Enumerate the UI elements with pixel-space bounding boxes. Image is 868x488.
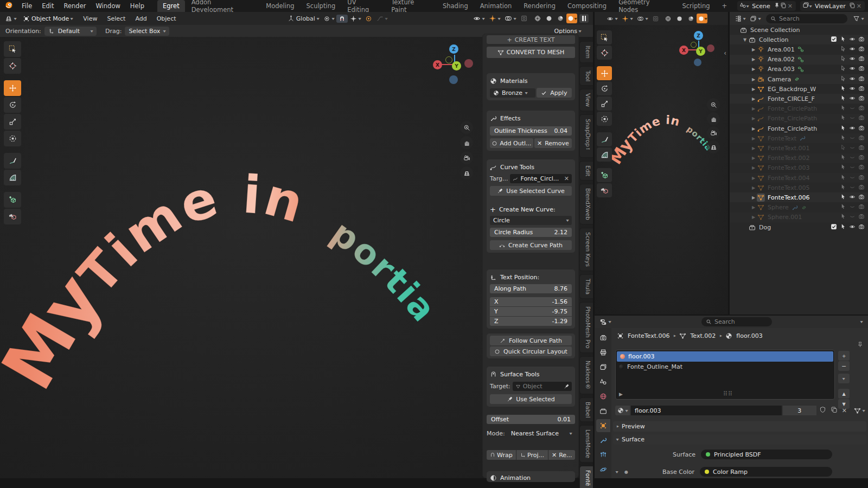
tool-move-button[interactable]	[4, 80, 21, 96]
tool-annotate-button[interactable]	[4, 153, 21, 169]
disable-render-icon[interactable]	[858, 55, 865, 63]
properties-tab-world[interactable]	[596, 390, 610, 403]
disable-render-icon[interactable]	[858, 213, 865, 221]
mode-selector[interactable]: Object Mode ▾	[21, 15, 75, 23]
outliner-row-fontetext-003[interactable]: ▶FonteText.003	[730, 163, 868, 173]
selectable-icon[interactable]	[840, 75, 846, 84]
tool-rotate-button[interactable]	[4, 97, 21, 113]
panel-tab-blendxweb[interactable]: BlendXweb	[579, 184, 593, 224]
outliner-row-collection[interactable]: ▼Collection	[730, 35, 868, 44]
position-y-slider[interactable]: Y-9.75	[490, 307, 572, 316]
users-count-button[interactable]: 3	[783, 406, 816, 415]
x-neg-axis-ball[interactable]	[707, 44, 714, 52]
zoom-icon[interactable]	[707, 98, 720, 111]
tool-scale-button[interactable]	[4, 114, 21, 130]
shading-rendered-icon[interactable]: ▾	[566, 14, 577, 23]
hide-viewport-icon[interactable]	[849, 223, 856, 232]
z-neg-axis-ball[interactable]	[694, 59, 701, 66]
expand-chevron-icon[interactable]: ▶	[750, 156, 757, 160]
selectable-icon[interactable]	[840, 85, 846, 93]
outliner-row-area-003[interactable]: ▶Area.003	[730, 65, 868, 74]
properties-tab-object[interactable]	[596, 419, 610, 432]
hide-viewport-icon[interactable]	[849, 154, 856, 162]
tool-measure-button[interactable]	[4, 170, 21, 185]
hide-viewport-icon[interactable]	[849, 114, 856, 123]
outliner-filter-id-button[interactable]: ▾	[748, 15, 763, 23]
pan-hand-icon[interactable]	[707, 112, 720, 125]
expand-chevron-icon[interactable]: ▶	[750, 106, 757, 111]
fake-user-shield-icon[interactable]	[818, 406, 828, 415]
outliner-row-sphere[interactable]: ▶Sphere	[730, 203, 868, 213]
tool-cursor-3d-button[interactable]	[597, 46, 612, 60]
panel-tab-photomesh-pro[interactable]: PhotoMesh Pro	[579, 302, 593, 353]
show-gizmo-button[interactable]: ▾	[487, 14, 502, 23]
panel-tab-screen-keys[interactable]: Screen Keys	[579, 228, 593, 271]
viewport-menu-view[interactable]: View	[78, 15, 102, 22]
selectable-icon[interactable]	[840, 134, 846, 143]
curve-target-field[interactable]: Fonte_Circl... ✕	[510, 174, 572, 183]
material-name-field[interactable]: floor.003	[631, 406, 782, 415]
expand-chevron-icon[interactable]: ▶	[750, 165, 757, 170]
workspace-tab-sculpting[interactable]: Sculpting	[301, 0, 341, 12]
workspace-tab-animation[interactable]: Animation	[475, 0, 518, 12]
tool-cursor-3d-button[interactable]	[4, 58, 21, 74]
create-curve-path-button[interactable]: Create Curve Path	[490, 240, 572, 250]
hide-viewport-icon[interactable]	[849, 95, 856, 103]
outliner-row-fontetext-002[interactable]: ▶FonteText.002	[730, 153, 868, 163]
viewport-menu-select[interactable]: Select	[102, 15, 130, 22]
position-x-slider[interactable]: X-1.56	[490, 297, 572, 306]
outliner-row-fontetext-004[interactable]: ▶FonteText.004	[730, 173, 868, 183]
expand-chevron-icon[interactable]: ▶	[750, 126, 757, 131]
disable-render-icon[interactable]	[858, 114, 865, 123]
properties-tab-modifiers[interactable]	[596, 434, 610, 447]
surface-shader-value[interactable]: Principled BSDF	[701, 450, 832, 459]
proportional-falloff-button[interactable]: ▾	[374, 15, 390, 23]
z-axis-ball[interactable]: Z	[449, 44, 458, 54]
add-slot-button[interactable]: ＋	[838, 351, 850, 361]
menu-edit[interactable]: Edit	[37, 2, 59, 10]
expand-chevron-icon[interactable]: ▶	[750, 215, 757, 220]
list-resize-grip[interactable]: ⠿⠿	[723, 390, 733, 397]
outline-thickness-slider[interactable]: Outline Thickness0.04	[490, 126, 572, 136]
tool-tweak-select-button[interactable]	[597, 30, 612, 44]
camera-view-icon[interactable]	[707, 126, 720, 139]
panel-tab-item[interactable]: Item	[579, 41, 593, 63]
expand-chevron-icon[interactable]: ▶	[750, 146, 757, 151]
camera-view-icon[interactable]	[460, 151, 473, 164]
expand-chevron-icon[interactable]: ▶	[750, 77, 757, 82]
pan-hand-icon[interactable]	[460, 136, 473, 149]
panel-tab-babel[interactable]: Babel	[579, 397, 593, 422]
xray-toggle[interactable]	[650, 15, 661, 23]
shading-wireframe-icon[interactable]	[532, 14, 543, 23]
tool-add-cube-button[interactable]	[597, 168, 612, 182]
tool-tweak-select-button[interactable]	[4, 41, 21, 57]
selectable-icon[interactable]	[840, 46, 846, 54]
sidebar-collapse-chevron[interactable]: ‹	[724, 49, 726, 57]
viewport-menu-object[interactable]: Object	[152, 15, 181, 22]
breadcrumb-object[interactable]: FonteText.006	[628, 332, 669, 339]
slot-specials-button[interactable]: ▾	[838, 374, 850, 383]
selectable-icon[interactable]	[840, 154, 846, 162]
workspace-tab-uv-editing[interactable]: UV Editing	[342, 0, 385, 12]
offset-slider[interactable]: Offset0.01	[487, 415, 575, 424]
remove-outline-button[interactable]: ✕Remove	[534, 138, 572, 148]
surface-mode-dropdown[interactable]: Nearest Surface▾	[508, 429, 575, 438]
grid-ortho-icon[interactable]	[460, 166, 473, 179]
outliner-row-fontetext-005[interactable]: ▶FonteText.005	[730, 183, 868, 192]
hide-viewport-icon[interactable]	[849, 55, 856, 63]
shading-wireframe-icon[interactable]	[662, 14, 673, 23]
hide-viewport-icon[interactable]	[849, 75, 856, 84]
pause-render-button[interactable]	[579, 14, 589, 23]
show-visibility-button[interactable]: ▾	[471, 14, 487, 23]
expand-chevron-icon[interactable]: ▼	[742, 37, 748, 42]
selectable-icon[interactable]	[840, 213, 846, 221]
disable-render-icon[interactable]	[858, 134, 865, 143]
panel-tab-lensmode[interactable]: LensMode	[579, 425, 593, 463]
menu-render[interactable]: Render	[59, 2, 91, 10]
expand-chevron-icon[interactable]: ▶	[750, 67, 757, 72]
workspace-tab-modeling[interactable]: Modeling	[260, 0, 299, 12]
show-overlays-button[interactable]: ▾	[502, 14, 518, 23]
breadcrumb-material[interactable]: floor.003	[736, 332, 762, 339]
disable-render-icon[interactable]	[858, 95, 865, 103]
clear-target-icon[interactable]: ✕	[564, 175, 569, 182]
